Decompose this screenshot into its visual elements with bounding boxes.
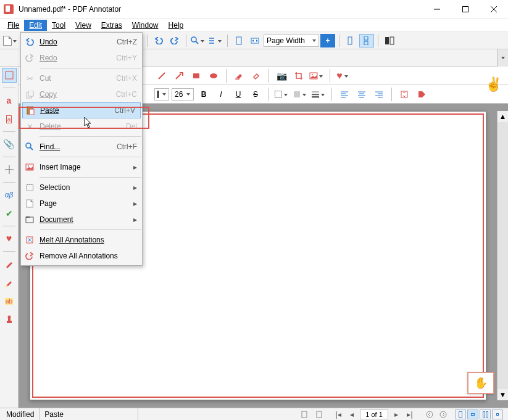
fit-width-button[interactable] xyxy=(248,34,262,47)
image-tool[interactable] xyxy=(309,69,325,83)
menu-item-cut[interactable]: ✂ Cut Ctrl+X xyxy=(21,70,142,86)
pan-tool-floating-button[interactable]: ✋ xyxy=(467,372,494,394)
menu-item-page[interactable]: Page ▸ xyxy=(21,196,142,212)
text-color-select[interactable] xyxy=(154,88,169,101)
menu-item-selection[interactable]: Selection ▸ xyxy=(21,179,142,196)
menu-item-remove-annotations[interactable]: Remove All Annotations xyxy=(21,248,142,264)
layout-single-button[interactable] xyxy=(455,410,466,419)
eraser-tool[interactable] xyxy=(231,69,246,83)
undo-button[interactable] xyxy=(151,34,166,47)
submenu-arrow-icon: ▸ xyxy=(133,215,137,224)
rect-tool[interactable] xyxy=(189,69,204,83)
font-size-select[interactable]: 26 xyxy=(172,88,194,101)
stamp-tool[interactable] xyxy=(2,312,17,327)
fill-select[interactable] xyxy=(292,88,308,101)
minimize-button[interactable] xyxy=(423,0,451,19)
menu-edit[interactable]: Edit xyxy=(24,20,47,31)
new-doc-button[interactable] xyxy=(2,34,19,47)
crop-tool[interactable] xyxy=(291,69,306,83)
strikethrough-button[interactable]: S xyxy=(248,88,263,101)
page-number-input[interactable] xyxy=(360,410,388,419)
camera-tool[interactable]: 📷 xyxy=(274,69,289,83)
select-rect-tool[interactable] xyxy=(2,68,17,83)
underline-button[interactable]: U xyxy=(231,88,246,101)
fit-page-button[interactable] xyxy=(231,34,246,47)
menu-item-undo[interactable]: Undo Ctrl+Z xyxy=(21,34,142,50)
zoom-select[interactable]: Page Width xyxy=(264,35,319,47)
single-page-button[interactable] xyxy=(343,34,358,47)
menu-item-document[interactable]: Document ▸ xyxy=(21,212,142,228)
pen-tool[interactable] xyxy=(2,257,17,271)
svg-point-50 xyxy=(427,411,433,418)
text-tool[interactable]: a xyxy=(2,93,17,108)
copy-icon xyxy=(23,91,36,99)
text-highlight-tool[interactable]: ab xyxy=(2,294,17,308)
menu-window[interactable]: Window xyxy=(127,20,164,31)
nav-back-button[interactable] xyxy=(424,410,435,419)
continuous-page-button[interactable] xyxy=(359,34,374,47)
menu-item-insert-image[interactable]: Insert Image ▸ xyxy=(21,159,142,175)
menu-item-paste[interactable]: Paste Ctrl+V xyxy=(22,102,141,118)
status-bar: Modified Paste |◂ ◂ ▸ ▸| xyxy=(0,408,508,420)
tag-button[interactable] xyxy=(414,88,429,101)
vertical-scrollbar[interactable]: ▲ ▼ xyxy=(497,111,508,400)
attach-tool[interactable]: 📎 xyxy=(2,137,17,152)
favorites-tool[interactable]: ♥ xyxy=(335,69,350,83)
italic-button[interactable]: I xyxy=(214,88,228,101)
highlighter-tool[interactable] xyxy=(2,275,17,290)
add-view-button[interactable]: + xyxy=(320,34,335,47)
crosshair-tool[interactable] xyxy=(2,162,17,177)
line-tool[interactable] xyxy=(154,69,169,83)
toolbar-overflow-button[interactable] xyxy=(497,49,508,67)
text-box-tool[interactable]: a xyxy=(2,112,17,126)
find-button[interactable] xyxy=(190,34,206,47)
favorite-heart-tool[interactable]: ♥ xyxy=(2,231,17,246)
last-page-button[interactable]: ▸| xyxy=(404,410,415,419)
scroll-down-button[interactable]: ▼ xyxy=(498,389,508,400)
align-right-button[interactable] xyxy=(372,88,386,101)
scroll-track[interactable] xyxy=(498,122,508,389)
checkmark-tool[interactable]: ✔ xyxy=(2,206,17,221)
layout-two-button[interactable] xyxy=(480,410,491,419)
layout-grid-button[interactable] xyxy=(492,410,503,419)
signature-tool[interactable]: αβ xyxy=(2,187,17,202)
svg-rect-19 xyxy=(6,286,8,287)
line-width-select[interactable] xyxy=(310,88,327,101)
app-icon xyxy=(4,4,14,14)
hand-gesture-button[interactable]: ✌ xyxy=(482,69,504,100)
menu-item-delete[interactable]: ✕ Delete Del xyxy=(21,118,142,134)
align-center-button[interactable] xyxy=(354,88,369,101)
menu-help[interactable]: Help xyxy=(164,20,189,31)
first-page-button[interactable]: |◂ xyxy=(333,410,344,419)
next-page-button[interactable]: ▸ xyxy=(391,410,402,419)
nav-forward-button[interactable] xyxy=(438,410,449,419)
border-style-select[interactable] xyxy=(273,88,289,101)
prev-page-button[interactable]: ◂ xyxy=(346,410,357,419)
menu-item-label: Redo xyxy=(40,54,112,62)
svg-rect-14 xyxy=(385,37,389,44)
erase-all-tool[interactable] xyxy=(249,69,264,83)
goto-button[interactable] xyxy=(207,34,223,47)
menu-item-melt-annotations[interactable]: Melt All Annotations xyxy=(21,232,142,248)
arrow-tool[interactable] xyxy=(172,69,186,83)
menu-extras[interactable]: Extras xyxy=(96,20,127,31)
menu-item-copy[interactable]: Copy Ctrl+C xyxy=(21,86,142,102)
ellipse-tool[interactable] xyxy=(206,69,221,83)
align-left-button[interactable] xyxy=(337,88,352,101)
menu-file[interactable]: File xyxy=(2,20,24,31)
scroll-up-button[interactable]: ▲ xyxy=(498,111,508,122)
menu-item-find[interactable]: Find... Ctrl+F xyxy=(21,139,142,155)
layout-continuous-button[interactable] xyxy=(467,410,478,419)
menu-view[interactable]: View xyxy=(70,20,96,31)
menu-item-label: Copy xyxy=(40,90,112,99)
page-thumb-prev-button[interactable] xyxy=(299,410,310,419)
maximize-button[interactable] xyxy=(451,0,480,19)
menu-item-redo[interactable]: Redo Ctrl+Y xyxy=(21,50,142,66)
redo-button[interactable] xyxy=(167,34,182,47)
close-button[interactable] xyxy=(480,0,508,19)
fit-text-button[interactable] xyxy=(397,88,412,101)
bold-button[interactable]: B xyxy=(196,88,211,101)
page-thumb-next-button[interactable] xyxy=(313,410,324,419)
two-page-button[interactable] xyxy=(382,34,397,47)
menu-tool[interactable]: Tool xyxy=(47,20,70,31)
